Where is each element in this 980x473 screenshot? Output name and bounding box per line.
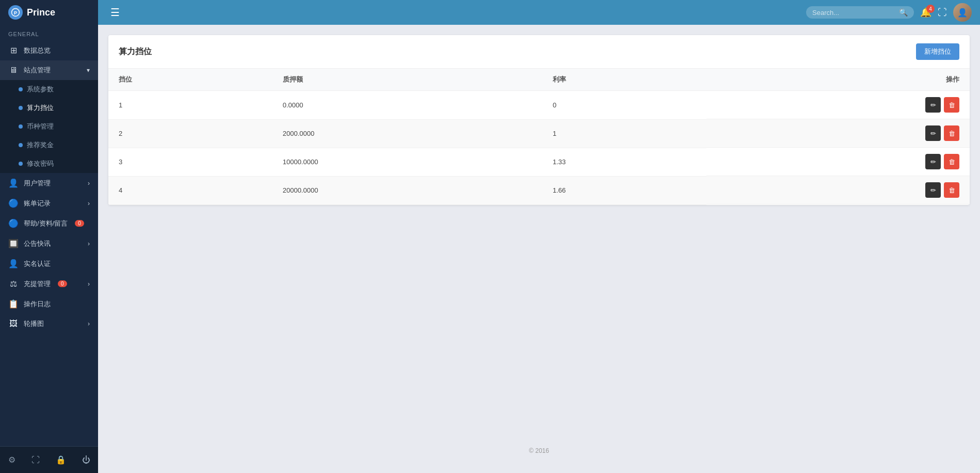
delete-button-2[interactable]: 🗑: [944, 154, 959, 169]
announcement-icon: 🔲: [8, 239, 19, 248]
computing-tier-table: 挡位 质押额 利率 操作 1 0.0000 0 ✏ 🗑 2 2000.0000 …: [108, 69, 970, 205]
cell-tier-0: 1: [108, 91, 272, 120]
edit-button-3[interactable]: ✏: [925, 182, 941, 198]
submenu-item-currency-manage[interactable]: 币种管理: [0, 117, 98, 136]
sidebar-item-operation-log[interactable]: 📋 操作日志: [0, 294, 98, 314]
main-layout: GENERAL ⊞ 数据总览 🖥 站点管理 ▾ 系统参数 算力挡位 币种管理: [0, 25, 980, 473]
cell-action-0: ✏ 🗑: [706, 91, 970, 119]
sidebar-item-user-manage-label: 用户管理: [24, 179, 51, 188]
footer: © 2016: [108, 439, 970, 463]
submenu-item-currency-manage-label: 币种管理: [27, 122, 54, 131]
search-box: 🔍: [806, 6, 914, 19]
new-tier-button[interactable]: 新增挡位: [916, 43, 959, 60]
dot-icon: [19, 87, 23, 91]
notification-button[interactable]: 🔔 4: [920, 7, 931, 18]
search-button[interactable]: 🔍: [899, 8, 908, 17]
cell-tier-1: 2: [108, 119, 272, 148]
card-header: 算力挡位 新增挡位: [108, 35, 970, 69]
cell-rate-2: 1.33: [542, 148, 706, 176]
cell-action-1: ✏ 🗑: [706, 119, 970, 148]
help-badge: 0: [75, 220, 84, 227]
sidebar-settings-button[interactable]: ⚙: [5, 452, 19, 468]
submenu-item-computing-tier[interactable]: 算力挡位: [0, 99, 98, 117]
delete-button-0[interactable]: 🗑: [944, 97, 959, 113]
dashboard-icon: ⊞: [8, 45, 19, 55]
sidebar-item-recharge[interactable]: ⚖ 充提管理 0 ›: [0, 274, 98, 294]
sidebar-item-account-records[interactable]: 🔵 账单记录 ›: [0, 193, 98, 213]
cell-rate-3: 1.66: [542, 176, 706, 204]
col-header-rate: 利率: [542, 69, 706, 91]
chevron-down-icon: ▾: [87, 67, 90, 74]
submenu-site: 系统参数 算力挡位 币种管理 推荐奖金 修改密码: [0, 80, 98, 173]
delete-button-1[interactable]: 🗑: [944, 125, 959, 141]
cell-tier-3: 4: [108, 176, 272, 204]
cell-pledge-3: 20000.0000: [272, 176, 542, 204]
avatar[interactable]: 👤: [953, 3, 972, 22]
edit-button-0[interactable]: ✏: [925, 97, 941, 113]
sidebar-item-carousel[interactable]: 🖼 轮播图 ›: [0, 314, 98, 334]
sidebar-item-site-manage[interactable]: 🖥 站点管理 ▾: [0, 60, 98, 80]
cell-action-3: ✏ 🗑: [706, 176, 970, 204]
sidebar: GENERAL ⊞ 数据总览 🖥 站点管理 ▾ 系统参数 算力挡位 币种管理: [0, 25, 98, 473]
page-title: 算力挡位: [119, 46, 152, 57]
sidebar-item-user-manage[interactable]: 👤 用户管理 ›: [0, 173, 98, 193]
submenu-item-change-password[interactable]: 修改密码: [0, 154, 98, 173]
log-icon: 📋: [8, 299, 19, 309]
edit-button-2[interactable]: ✏: [925, 154, 941, 169]
sidebar-item-carousel-label: 轮播图: [24, 319, 44, 328]
submenu-item-referral-bonus-label: 推荐奖金: [27, 140, 54, 150]
computing-tier-card: 算力挡位 新增挡位 挡位 质押额 利率 操作 1 0.0000 0 ✏ 🗑: [108, 35, 970, 205]
edit-button-1[interactable]: ✏: [925, 125, 941, 141]
header-right: 🔍 🔔 4 ⛶ 👤: [806, 3, 972, 22]
recharge-icon: ⚖: [8, 279, 19, 289]
user-icon: 👤: [8, 178, 19, 188]
submenu-item-referral-bonus[interactable]: 推荐奖金: [0, 136, 98, 154]
monitor-icon: 🖥: [8, 66, 19, 75]
chevron-right-icon-carousel: ›: [88, 320, 90, 327]
chevron-right-icon-account: ›: [88, 200, 90, 207]
table-row: 2 2000.0000 1 ✏ 🗑: [108, 119, 970, 148]
sidebar-section-label: GENERAL: [0, 25, 98, 40]
hamburger-button[interactable]: ☰: [106, 4, 124, 21]
col-header-action: 操作: [706, 69, 970, 91]
sidebar-tools-button[interactable]: ⛶: [28, 452, 43, 468]
chevron-right-icon-recharge: ›: [88, 280, 90, 288]
account-icon: 🔵: [8, 198, 19, 208]
col-header-tier: 挡位: [108, 69, 272, 91]
top-header: P Prince ☰ 🔍 🔔 4 ⛶ 👤: [0, 0, 980, 25]
submenu-item-change-password-label: 修改密码: [27, 159, 54, 168]
chevron-right-icon-announce: ›: [88, 240, 90, 247]
sidebar-item-real-name[interactable]: 👤 实名认证: [0, 254, 98, 274]
cell-pledge-0: 0.0000: [272, 91, 542, 120]
sidebar-item-help-label: 帮助/资料/留言: [24, 219, 68, 228]
carousel-icon: 🖼: [8, 319, 19, 328]
table-row: 3 10000.0000 1.33 ✏ 🗑: [108, 148, 970, 176]
expand-button[interactable]: ⛶: [938, 7, 947, 18]
sidebar-item-announcement-label: 公告快讯: [24, 239, 51, 248]
table-row: 1 0.0000 0 ✏ 🗑: [108, 91, 970, 120]
logo-icon: P: [8, 5, 23, 20]
sidebar-item-dashboard-label: 数据总览: [24, 46, 51, 55]
delete-button-3[interactable]: 🗑: [944, 182, 959, 198]
sidebar-item-operation-log-label: 操作日志: [24, 299, 51, 309]
dot-icon-currency: [19, 124, 23, 129]
svg-text:P: P: [14, 10, 17, 15]
sidebar-item-account-records-label: 账单记录: [24, 199, 51, 208]
submenu-item-system-params[interactable]: 系统参数: [0, 80, 98, 99]
sidebar-power-button[interactable]: ⏻: [79, 452, 93, 468]
sidebar-item-help[interactable]: 🔵 帮助/资料/留言 0: [0, 213, 98, 233]
sidebar-item-recharge-label: 充提管理: [24, 279, 51, 289]
logo-area: P Prince: [0, 0, 98, 25]
dot-icon-referral: [19, 143, 23, 147]
chevron-right-icon: ›: [88, 180, 90, 187]
notification-badge: 4: [926, 5, 935, 13]
sidebar-item-announcement[interactable]: 🔲 公告快讯 ›: [0, 233, 98, 254]
content-area: 算力挡位 新增挡位 挡位 质押额 利率 操作 1 0.0000 0 ✏ 🗑: [98, 25, 980, 473]
search-input[interactable]: [812, 9, 895, 17]
help-icon: 🔵: [8, 218, 19, 228]
cell-pledge-1: 2000.0000: [272, 119, 542, 148]
sidebar-item-dashboard[interactable]: ⊞ 数据总览: [0, 40, 98, 60]
cell-rate-0: 0: [542, 91, 706, 120]
cell-action-2: ✏ 🗑: [706, 148, 970, 176]
sidebar-lock-button[interactable]: 🔒: [53, 452, 69, 468]
